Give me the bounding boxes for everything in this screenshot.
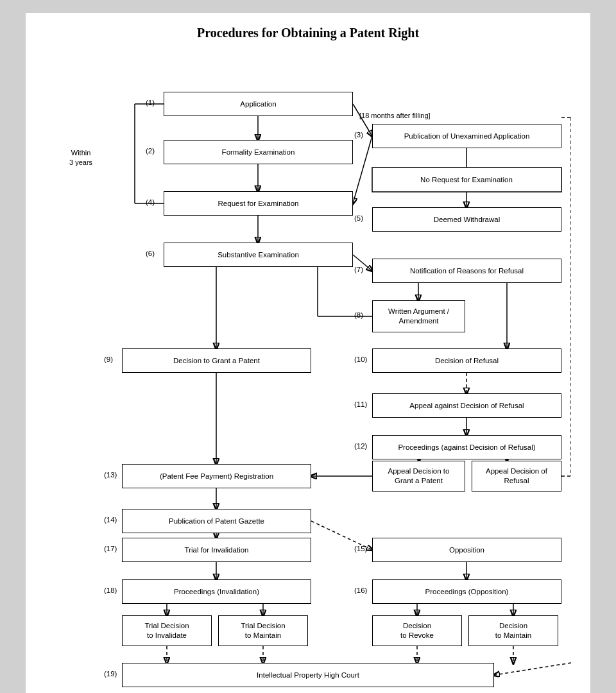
step-num-b7: (7) — [354, 266, 363, 273]
box-b2: Formality Examination — [164, 140, 353, 164]
box-b17: Trial for Invalidation — [122, 538, 311, 562]
page: Procedures for Obtaining a Patent Right — [26, 13, 590, 693]
box-b23: Intellectual Property High Court — [122, 663, 494, 687]
box-b13: (Patent Fee Payment) Registration — [122, 464, 311, 488]
step-num-b4: (4) — [146, 198, 155, 206]
box-b13b: Appeal Decision of Refusal — [472, 461, 561, 492]
box-b1: Application — [164, 92, 353, 116]
box-b13a: Appeal Decision to Grant a Patent — [372, 461, 465, 492]
box-b4: Request for Examination — [164, 191, 353, 216]
step-num-b13: (13) — [104, 471, 117, 479]
within-3-years-label: Within 3 years — [69, 148, 92, 168]
step-num-b1: (1) — [146, 99, 155, 107]
box-b5: Deemed Withdrawal — [372, 207, 561, 232]
box-b11: Appeal against Decision of Refusal — [372, 393, 561, 418]
step-num-b5: (5) — [354, 214, 363, 222]
box-b15: Opposition — [372, 538, 561, 562]
step-num-b17: (17) — [104, 545, 117, 552]
box-b20: Trial Decision to Maintain — [218, 615, 308, 646]
box-b6: Substantive Examination — [164, 243, 353, 267]
box-b22: Decision to Maintain — [468, 615, 558, 646]
diagram: No Request for Examination — [45, 53, 571, 682]
step-num-b12: (12) — [354, 442, 367, 450]
box-b8: Written Argument / Amendment — [372, 300, 465, 332]
box-b14: Publication of Patent Gazette — [122, 509, 311, 533]
box-b21: Decision to Revoke — [372, 615, 462, 646]
box-b3: Publication of Unexamined Application — [372, 124, 561, 148]
box-b9: Decision to Grant a Patent — [122, 348, 311, 373]
box-b10: Decision of Refusal — [372, 348, 561, 373]
step-num-b2: (2) — [146, 147, 155, 155]
step-num-b16: (16) — [354, 586, 367, 594]
step-num-b15: (15) — [354, 545, 367, 552]
step-num-b6: (6) — [146, 250, 155, 257]
step-num-b23: (19) — [104, 670, 117, 678]
box-b18: Proceedings (Invalidation) — [122, 579, 311, 604]
step-num-b14: (14) — [104, 516, 117, 524]
box-b7: Notification of Reasons for Refusal — [372, 259, 561, 283]
svg-rect-15 — [372, 167, 561, 192]
step-num-b11: (11) — [354, 400, 367, 408]
step-num-b10: (10) — [354, 355, 367, 363]
svg-line-18 — [353, 136, 372, 203]
step-num-b8: (8) — [354, 311, 363, 319]
step-num-b9: (9) — [104, 355, 113, 363]
svg-text:No Request for Examination: No Request for Examination — [420, 176, 513, 184]
page-title: Procedures for Obtaining a Patent Right — [45, 26, 571, 40]
step-num-b3: (3) — [354, 131, 363, 139]
step-num-b18: (18) — [104, 586, 117, 594]
box-b12: Proceedings (against Decision of Refusal… — [372, 435, 561, 459]
box-b19: Trial Decision to Invalidate — [122, 615, 212, 646]
box-b16: Proceedings (Opposition) — [372, 579, 561, 604]
18-months-label: [18 months after filling] — [359, 112, 431, 119]
svg-line-42 — [494, 663, 571, 675]
